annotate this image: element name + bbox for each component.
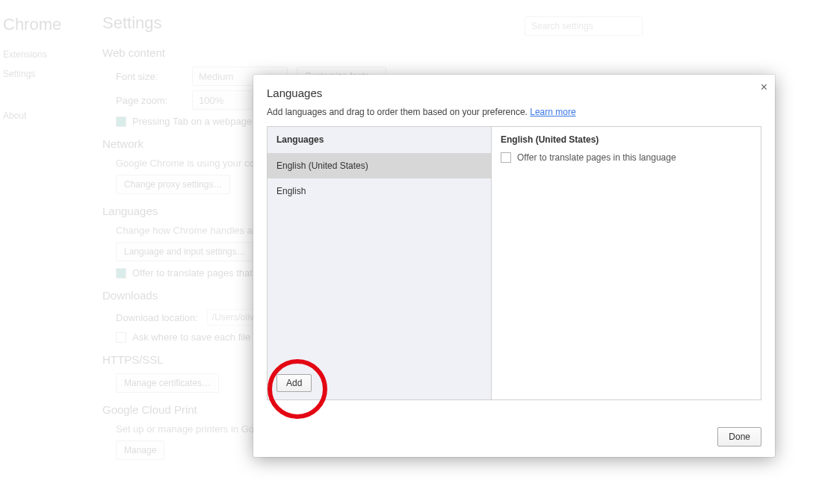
modal-subtitle: Add languages and drag to order them bas… — [267, 107, 530, 117]
language-item[interactable]: English (United States) — [268, 153, 491, 178]
languages-column-header: Languages — [268, 127, 491, 153]
language-list[interactable]: English (United States) English — [268, 153, 491, 367]
done-button[interactable]: Done — [717, 427, 761, 447]
modal-learn-more-link[interactable]: Learn more — [530, 107, 575, 117]
languages-dialog: × Languages Add languages and drag to or… — [253, 75, 775, 457]
selected-language-title: English (United States) — [492, 127, 761, 152]
offer-translate-dialog-label: Offer to translate pages in this languag… — [517, 152, 676, 163]
offer-translate-dialog-checkbox[interactable] — [501, 152, 511, 163]
close-icon[interactable]: × — [761, 81, 767, 94]
modal-title: Languages — [267, 87, 761, 99]
add-language-button[interactable]: Add — [276, 374, 312, 392]
language-item[interactable]: English — [268, 178, 491, 204]
